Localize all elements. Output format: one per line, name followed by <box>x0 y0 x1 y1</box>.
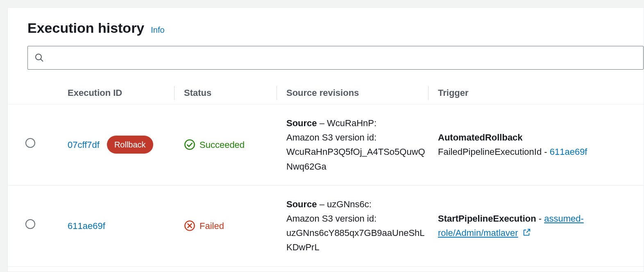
svg-line-1 <box>41 59 43 61</box>
row-radio[interactable] <box>25 219 35 229</box>
cell-select <box>8 185 53 266</box>
cell-execution-id: 07cff7dfRollback <box>53 104 184 186</box>
trigger-separator: - <box>536 213 544 224</box>
column-execution-id[interactable]: Execution ID <box>53 82 184 104</box>
execution-id-link[interactable]: 611ae69f <box>68 219 105 233</box>
cell-execution-id: 611ae69f <box>53 185 184 266</box>
cell-select <box>8 104 53 186</box>
source-label: Source <box>286 118 317 128</box>
table-row: 611ae69fFailedSource – uzGNns6c:Amazon S… <box>8 185 644 266</box>
rollback-badge: Rollback <box>107 136 153 154</box>
search-input[interactable] <box>49 53 637 63</box>
status-text: Succeeded <box>200 138 245 152</box>
execution-id-link[interactable]: 07cff7df <box>68 138 100 152</box>
column-select <box>8 82 53 104</box>
svg-point-2 <box>185 140 194 150</box>
cell-trigger: StartPipelineExecution - assumed-role/Ad… <box>438 185 644 266</box>
cell-trigger: AutomatedRollbackFailedPipelineExecution… <box>438 104 644 186</box>
column-status[interactable]: Status <box>184 82 286 104</box>
svg-point-0 <box>36 54 41 60</box>
info-link[interactable]: Info <box>151 25 164 35</box>
trigger-link[interactable]: 611ae69f <box>550 147 587 157</box>
search-container <box>8 46 644 70</box>
source-version-id: uzGNns6cY885qx7GB9aaUneShLKDwPrL <box>286 226 426 254</box>
execution-history-panel: Execution history Info Execution ID Stat… <box>7 7 644 272</box>
cell-status: Failed <box>184 185 286 266</box>
cell-source-revisions: Source – uzGNns6c:Amazon S3 version id:u… <box>286 185 438 266</box>
source-desc-prefix: Amazon S3 version id: <box>286 130 426 145</box>
column-trigger[interactable]: Trigger <box>438 82 644 104</box>
source-label: Source <box>286 199 317 209</box>
trigger-detail-label: FailedPipelineExecutionId - <box>438 147 550 157</box>
table-row: 07cff7dfRollbackSucceededSource – WcuRaH… <box>8 104 644 186</box>
search-icon <box>34 53 44 63</box>
x-circle-icon <box>184 220 195 231</box>
status-text: Failed <box>200 219 224 233</box>
page-title: Execution history <box>27 20 144 36</box>
column-source-revisions[interactable]: Source revisions <box>286 82 438 104</box>
trigger-name: AutomatedRollback <box>438 132 523 143</box>
source-desc-prefix: Amazon S3 version id: <box>286 211 426 226</box>
panel-header: Execution history Info <box>8 8 644 46</box>
table-header-row: Execution ID Status Source revisions Tri… <box>8 82 644 104</box>
search-box[interactable] <box>27 46 644 70</box>
cell-source-revisions: Source – WcuRaHnP:Amazon S3 version id:W… <box>286 104 438 186</box>
external-link-icon <box>522 228 531 237</box>
source-version-id: WcuRaHnP3Q5fOj_A4TSo5QuwQNwq62Ga <box>286 145 426 173</box>
cell-status: Succeeded <box>184 104 286 186</box>
source-name: – WcuRaHnP: <box>317 118 377 128</box>
trigger-name: StartPipelineExecution <box>438 213 536 224</box>
row-radio[interactable] <box>25 138 35 148</box>
execution-table: Execution ID Status Source revisions Tri… <box>8 82 644 267</box>
check-circle-icon <box>184 139 195 150</box>
source-name: – uzGNns6c: <box>317 199 372 209</box>
